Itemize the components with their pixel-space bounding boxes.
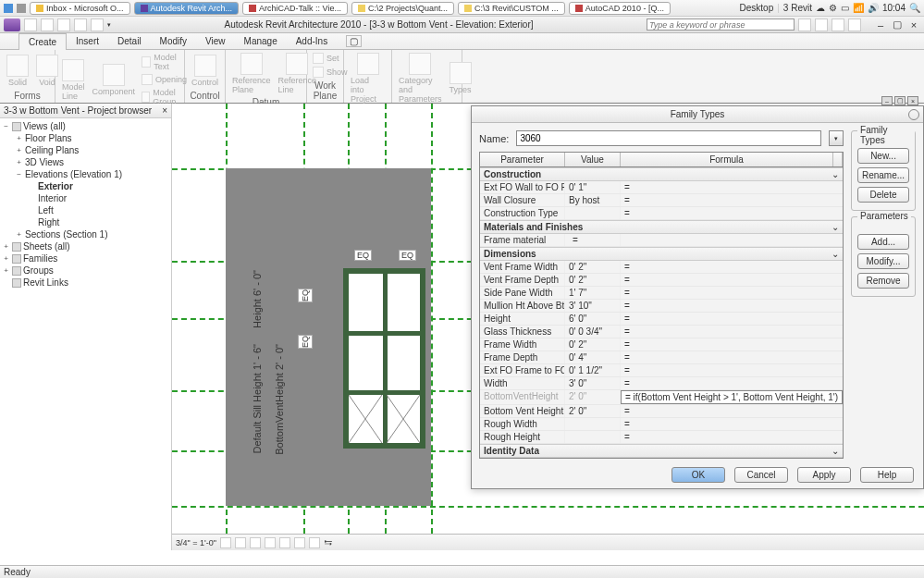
tree-node[interactable]: −Elevations (Elevation 1) [2,168,169,180]
favorite-icon[interactable] [832,18,844,31]
tree-node[interactable]: Revit Links [2,277,169,289]
param-row[interactable]: Glass Thickness0' 0 3/4"= [480,326,843,338]
sun-path-icon[interactable] [250,537,261,548]
opening-button[interactable]: Opening [140,73,189,86]
task-tab[interactable]: C:\2 Projects\Quant... [351,2,454,15]
tree-node[interactable]: +Ceiling Plans [2,144,169,156]
help-button[interactable]: Help [860,467,914,483]
param-row[interactable]: Frame Width0' 2"= [480,338,843,351]
ok-button[interactable]: OK [671,467,725,483]
ribbon-tab[interactable]: Detail [108,33,151,49]
ribbon-tab[interactable]: Create [18,33,67,50]
new-type-button[interactable]: New... [857,148,909,164]
types-button[interactable]: Types [447,61,474,95]
apply-button[interactable]: Apply [797,467,851,483]
task-tab[interactable]: C:\3 Revit\CUSTOM ... [458,2,565,15]
tree-node[interactable]: +Floor Plans [2,132,169,144]
param-row[interactable]: Frame Depth0' 4"= [480,351,843,364]
help-question-icon[interactable] [848,18,861,31]
param-group-header[interactable]: Identity Data⌄ [480,444,843,458]
param-row[interactable]: BottomVentHeight2' 0"= if(Bottom Vent He… [480,390,843,405]
solid-button[interactable]: Solid [4,54,31,88]
visual-style-icon[interactable] [235,537,246,548]
info-icon[interactable] [815,18,828,31]
ribbon-minimize-icon[interactable]: ▢ [346,35,362,47]
volume-icon[interactable]: 🔊 [868,3,879,13]
cancel-button[interactable]: Cancel [734,467,788,483]
undo-icon[interactable] [57,18,70,31]
param-group-header[interactable]: Materials and Finishes⌄ [480,220,843,234]
close-button[interactable]: × [907,19,920,31]
param-row[interactable]: Mullion Ht Above Btm Windo3' 10"= [480,300,843,313]
task-tab[interactable]: AutoCAD 2010 - [Q... [569,2,671,15]
task-tab[interactable]: Autodesk Revit Arch... [134,2,240,15]
param-row[interactable]: Rough Height= [480,431,843,444]
battery-icon[interactable]: ▭ [841,3,849,13]
model-text-button[interactable]: Model Text [140,52,189,72]
tray-icon[interactable]: ⚙ [829,3,837,13]
browser-tree[interactable]: −Views (all)+Floor Plans+Ceiling Plans+3… [0,118,171,550]
param-row[interactable]: Bottom Vent Height2' 0"= [480,405,843,418]
doc-maximize-icon[interactable]: ▢ [894,96,906,105]
app-menu-icon[interactable] [4,18,20,31]
ribbon-tab[interactable]: Add-Ins [287,33,337,49]
qat-dropdown-icon[interactable]: ▾ [107,21,111,29]
param-row[interactable]: Vent Frame Width0' 2"= [480,261,843,274]
rename-type-button[interactable]: Rename... [857,167,909,183]
type-name-input[interactable] [516,130,821,146]
param-row[interactable]: Frame material= [480,234,843,247]
doc-close-icon[interactable]: × [907,96,918,105]
ribbon-tab[interactable]: Manage [235,33,287,49]
tree-node[interactable]: Interior [2,192,169,204]
category-params-button[interactable]: Category and Parameters [396,52,445,105]
task-tab[interactable]: Inbox - Microsoft O... [30,2,130,15]
detail-level-icon[interactable] [220,537,231,548]
control-button[interactable]: Control [189,54,221,88]
param-row[interactable]: Construction Type= [480,207,843,220]
tree-node[interactable]: Exterior [2,180,169,192]
tree-node[interactable]: +3D Views [2,156,169,168]
browser-close-icon[interactable]: × [162,105,167,116]
shadows-icon[interactable] [265,537,276,548]
crop-icon[interactable] [279,537,290,548]
revit-count[interactable]: 3 Revit [783,3,812,13]
help-icon[interactable] [798,18,811,31]
param-row[interactable]: Ext FO Wall to FO Frame0' 1"= [480,181,843,194]
ribbon-tab[interactable]: Insert [67,33,108,49]
hide-isolate-icon[interactable] [309,537,320,548]
type-dropdown-icon[interactable]: ▾ [829,130,844,146]
tree-node[interactable]: +Families [2,252,169,264]
param-row[interactable]: Rough Width= [480,418,843,431]
param-group-header[interactable]: Construction⌄ [480,167,843,181]
param-row[interactable]: Vent Frame Depth0' 2"= [480,274,843,287]
param-row[interactable]: Ext FO Frame to FO Glass0' 1 1/2"= [480,364,843,377]
menu-icon[interactable] [17,4,26,13]
redo-icon[interactable] [74,18,87,31]
tree-node[interactable]: +Sheets (all) [2,240,169,252]
tree-node[interactable]: Left [2,204,169,216]
scale-label[interactable]: 3/4" = 1'-0" [176,538,216,547]
wifi-icon[interactable]: 📶 [853,3,864,13]
param-row[interactable]: Height6' 0"= [480,313,843,326]
ref-plane-button[interactable]: Reference Plane [229,52,274,95]
ribbon-tab[interactable]: View [196,33,235,49]
remove-param-button[interactable]: Remove [857,273,909,289]
maximize-button[interactable]: ▢ [891,18,904,31]
tree-node[interactable]: −Views (all) [2,120,169,132]
expand-icon[interactable]: ⮀ [324,538,332,547]
print-icon[interactable] [91,18,104,31]
component-button[interactable]: Component [90,63,139,97]
spotlight-icon[interactable]: 🔍 [909,3,920,13]
doc-minimize-icon[interactable]: – [881,96,893,105]
add-param-button[interactable]: Add... [857,234,909,250]
crop-region-icon[interactable] [294,537,305,548]
tree-node[interactable]: +Groups [2,264,169,277]
dialog-help-icon[interactable] [908,109,919,120]
help-search-input[interactable] [647,18,795,31]
delete-type-button[interactable]: Delete [857,187,909,203]
param-group-header[interactable]: Dimensions⌄ [480,247,843,261]
open-icon[interactable] [24,18,37,31]
model-line-button[interactable]: Model Line [59,58,88,102]
load-project-button[interactable]: Load into Project [348,52,388,105]
desktop-label[interactable]: Desktop [740,3,774,13]
